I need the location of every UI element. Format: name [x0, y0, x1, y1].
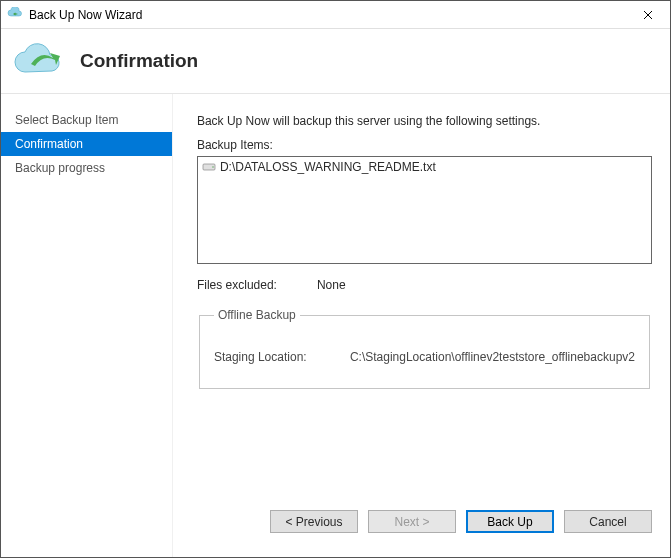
wizard-header: Confirmation: [1, 29, 670, 94]
sidebar-item-backup-progress[interactable]: Backup progress: [1, 156, 172, 180]
wizard-buttons: < Previous Next > Back Up Cancel: [197, 500, 652, 547]
staging-location-value: C:\StagingLocation\offlinev2teststore_of…: [350, 350, 635, 364]
files-excluded-value: None: [317, 278, 346, 292]
backup-items-label: Backup Items:: [197, 138, 652, 152]
app-cloud-icon: [7, 7, 23, 23]
offline-backup-legend: Offline Backup: [214, 308, 300, 322]
sidebar-item-select-backup-item[interactable]: Select Backup Item: [1, 108, 172, 132]
close-button[interactable]: [625, 1, 670, 29]
window-title: Back Up Now Wizard: [29, 8, 625, 22]
wizard-steps-sidebar: Select Backup Item Confirmation Backup p…: [1, 94, 173, 557]
content-panel: Back Up Now will backup this server usin…: [173, 94, 670, 557]
staging-location-label: Staging Location:: [214, 350, 350, 364]
files-excluded-row: Files excluded: None: [197, 278, 652, 292]
files-excluded-label: Files excluded:: [197, 278, 317, 292]
svg-point-1: [212, 166, 214, 168]
page-title: Confirmation: [80, 50, 198, 72]
backup-button[interactable]: Back Up: [466, 510, 554, 533]
drive-icon: [202, 161, 216, 173]
cloud-restore-icon: [11, 42, 66, 80]
titlebar: Back Up Now Wizard: [1, 1, 670, 29]
sidebar-item-confirmation[interactable]: Confirmation: [1, 132, 172, 156]
intro-text: Back Up Now will backup this server usin…: [197, 114, 652, 128]
offline-backup-group: Offline Backup Staging Location: C:\Stag…: [199, 308, 650, 389]
backup-items-listbox[interactable]: D:\DATALOSS_WARNING_README.txt: [197, 156, 652, 264]
next-button: Next >: [368, 510, 456, 533]
previous-button[interactable]: < Previous: [270, 510, 358, 533]
list-item[interactable]: D:\DATALOSS_WARNING_README.txt: [200, 159, 649, 175]
list-item-label: D:\DATALOSS_WARNING_README.txt: [220, 160, 436, 174]
cancel-button[interactable]: Cancel: [564, 510, 652, 533]
